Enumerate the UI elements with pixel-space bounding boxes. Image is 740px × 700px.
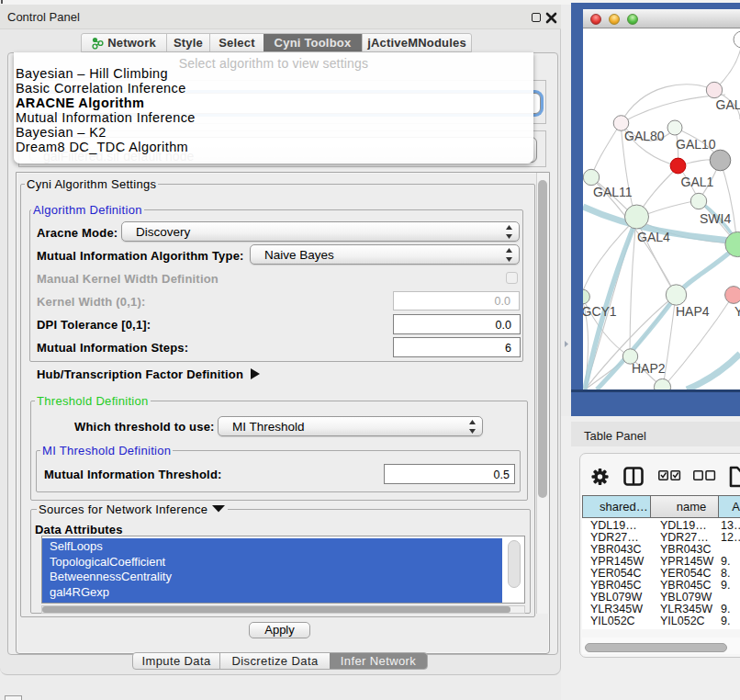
svg-text:GAL7: GAL7 (716, 97, 740, 112)
svg-text:HAP2: HAP2 (632, 361, 666, 376)
svg-text:GAL4: GAL4 (637, 230, 670, 244)
svg-text:GAL80: GAL80 (624, 129, 665, 143)
svg-text:GAL1: GAL1 (681, 175, 714, 189)
svg-text:GCY1: GCY1 (583, 304, 617, 319)
svg-text:Y: Y (734, 304, 740, 319)
svg-text:GAL10: GAL10 (676, 137, 716, 152)
svg-text:SWI4: SWI4 (700, 211, 731, 226)
svg-text:GAL11: GAL11 (593, 185, 633, 199)
svg-text:HAP4: HAP4 (676, 304, 710, 319)
